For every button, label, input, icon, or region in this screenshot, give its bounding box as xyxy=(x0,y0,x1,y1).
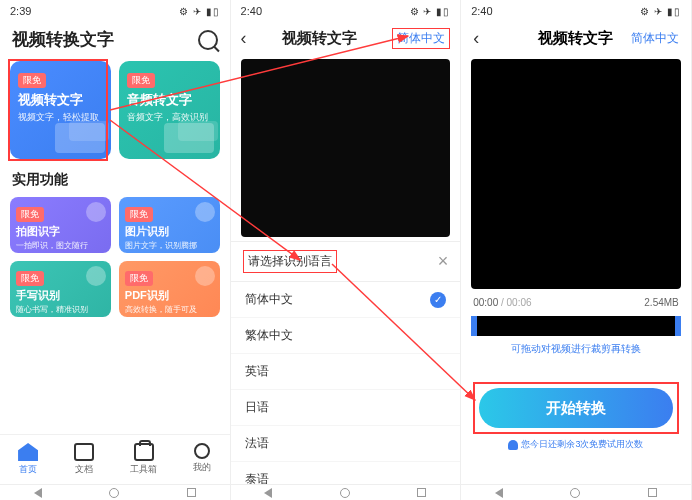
time-current: 00:00 xyxy=(473,297,498,308)
header: ‹ 视频转文字 简体中文 xyxy=(461,22,691,55)
card-title: 拍图识字 xyxy=(16,224,105,239)
card-image-ocr[interactable]: 限免 图片识别 图片文字，识别腾挪 xyxy=(119,197,220,253)
nav-recent-icon[interactable] xyxy=(187,488,196,497)
feature-cards: 限免 视频转文字 视频文字，轻松提取 限免 音频转文字 音频文字，高效识别 xyxy=(0,57,230,163)
nav-home-icon[interactable] xyxy=(109,488,119,498)
tab-label: 首页 xyxy=(19,463,37,476)
lang-option-fr[interactable]: 法语 xyxy=(231,426,461,462)
system-nav xyxy=(0,484,230,500)
trim-slider[interactable] xyxy=(471,316,681,336)
camera-icon xyxy=(86,202,106,222)
page-title: 视频转文字 xyxy=(538,29,613,48)
nav-back-icon[interactable] xyxy=(34,488,42,498)
card-handwriting[interactable]: 限免 手写识别 随心书写，精准识别 xyxy=(10,261,111,317)
nav-back-icon[interactable] xyxy=(495,488,503,498)
page-title: 视频转换文字 xyxy=(12,28,114,51)
card-audio-to-text[interactable]: 限免 音频转文字 音频文字，高效识别 xyxy=(119,61,220,159)
util-row-1: 限免 拍图识字 一拍即识，图文随行 限免 图片识别 图片文字，识别腾挪 xyxy=(0,193,230,257)
status-bar: 2:40 ⚙ ✈ ▮▯ xyxy=(461,0,691,22)
video-preview[interactable] xyxy=(471,59,681,289)
lang-label: 英语 xyxy=(245,363,269,380)
sheet-header: 请选择识别语言 × xyxy=(231,242,461,282)
tab-doc[interactable]: 文档 xyxy=(74,443,94,476)
status-icons: ⚙ ✈ ▮▯ xyxy=(410,6,451,17)
nav-home-icon[interactable] xyxy=(570,488,580,498)
tab-tool[interactable]: 工具箱 xyxy=(130,443,157,476)
nav-back-icon[interactable] xyxy=(264,488,272,498)
start-convert-button[interactable]: 开始转换 xyxy=(479,388,673,428)
remaining-label: 您今日还剩余3次免费试用次数 xyxy=(521,439,643,449)
status-time: 2:39 xyxy=(10,5,31,17)
system-nav xyxy=(231,484,461,500)
card-video-to-text[interactable]: 限免 视频转文字 视频文字，轻松提取 xyxy=(10,61,111,159)
card-sub: 一拍即识，图文随行 xyxy=(16,240,105,251)
tab-label: 文档 xyxy=(75,463,93,476)
search-icon[interactable] xyxy=(198,30,218,50)
lang-label: 简体中文 xyxy=(245,291,293,308)
status-time: 2:40 xyxy=(471,5,492,17)
doc-icon xyxy=(74,443,94,461)
card-sub: 随心书写，精准识别 xyxy=(16,304,105,315)
nav-recent-icon[interactable] xyxy=(648,488,657,497)
free-badge: 限免 xyxy=(16,207,44,222)
page-title: 视频转文字 xyxy=(282,29,357,48)
util-row-2: 限免 手写识别 随心书写，精准识别 限免 PDF识别 高效转换，随手可及 xyxy=(0,257,230,321)
video-preview[interactable] xyxy=(241,59,451,237)
lang-option-en[interactable]: 英语 xyxy=(231,354,461,390)
pen-icon xyxy=(86,266,106,286)
card-photo-ocr[interactable]: 限免 拍图识字 一拍即识，图文随行 xyxy=(10,197,111,253)
system-nav xyxy=(461,484,691,500)
card-title: 视频转文字 xyxy=(18,91,103,109)
back-icon[interactable]: ‹ xyxy=(473,28,479,49)
lang-option-zh-tw[interactable]: 繁体中文 xyxy=(231,318,461,354)
card-pdf-ocr[interactable]: 限免 PDF识别 高效转换，随手可及 xyxy=(119,261,220,317)
card-sub: 高效转换，随手可及 xyxy=(125,304,214,315)
lang-label: 法语 xyxy=(245,435,269,452)
lang-option-zh-cn[interactable]: 简体中文 ✓ xyxy=(231,282,461,318)
toolbox-icon xyxy=(134,443,154,461)
card-title: 图片识别 xyxy=(125,224,214,239)
language-sheet: 请选择识别语言 × 简体中文 ✓ 繁体中文 英语 日语 法语 泰语 xyxy=(231,241,461,498)
free-badge: 限免 xyxy=(127,73,155,88)
card-sub: 图片文字，识别腾挪 xyxy=(125,240,214,251)
free-badge: 限免 xyxy=(125,271,153,286)
card-title: 手写识别 xyxy=(16,288,105,303)
decor-icon xyxy=(55,123,105,153)
status-bar: 2:39 ⚙ ✈ ▮▯ xyxy=(0,0,230,22)
tab-label: 我的 xyxy=(193,461,211,474)
time-total: / 00:06 xyxy=(501,297,532,308)
header: 视频转换文字 xyxy=(0,22,230,57)
tab-home[interactable]: 首页 xyxy=(18,443,38,476)
screen-3: 2:40 ⚙ ✈ ▮▯ ‹ 视频转文字 简体中文 00:00 / 00:06 2… xyxy=(461,0,692,500)
home-icon xyxy=(18,443,38,461)
section-title: 实用功能 xyxy=(0,163,230,193)
back-icon[interactable]: ‹ xyxy=(241,28,247,49)
lang-label: 繁体中文 xyxy=(245,327,293,344)
pdf-icon xyxy=(195,266,215,286)
language-link[interactable]: 简体中文 xyxy=(631,30,679,47)
tab-label: 工具箱 xyxy=(130,463,157,476)
nav-home-icon[interactable] xyxy=(340,488,350,498)
hint-text: 可拖动对视频进行裁剪再转换 xyxy=(461,342,691,356)
free-badge: 限免 xyxy=(16,271,44,286)
status-time: 2:40 xyxy=(241,5,262,17)
header: ‹ 视频转文字 简体中文 xyxy=(231,22,461,55)
free-badge: 限免 xyxy=(125,207,153,222)
status-icons: ⚙ ✈ ▮▯ xyxy=(640,6,681,17)
image-icon xyxy=(195,202,215,222)
lang-label: 日语 xyxy=(245,399,269,416)
check-icon: ✓ xyxy=(430,292,446,308)
card-title: PDF识别 xyxy=(125,288,214,303)
card-title: 音频转文字 xyxy=(127,91,212,109)
nav-recent-icon[interactable] xyxy=(417,488,426,497)
language-link[interactable]: 简体中文 xyxy=(392,28,450,49)
sheet-title: 请选择识别语言 xyxy=(243,250,337,273)
lang-option-ja[interactable]: 日语 xyxy=(231,390,461,426)
tab-mine[interactable]: 我的 xyxy=(193,443,211,476)
bell-icon xyxy=(508,440,518,450)
annotation-highlight: 开始转换 xyxy=(473,382,679,434)
close-icon[interactable]: × xyxy=(438,251,449,272)
free-badge: 限免 xyxy=(18,73,46,88)
user-icon xyxy=(194,443,210,459)
screen-2: 2:40 ⚙ ✈ ▮▯ ‹ 视频转文字 简体中文 请选择识别语言 × 简体中文 … xyxy=(231,0,462,500)
